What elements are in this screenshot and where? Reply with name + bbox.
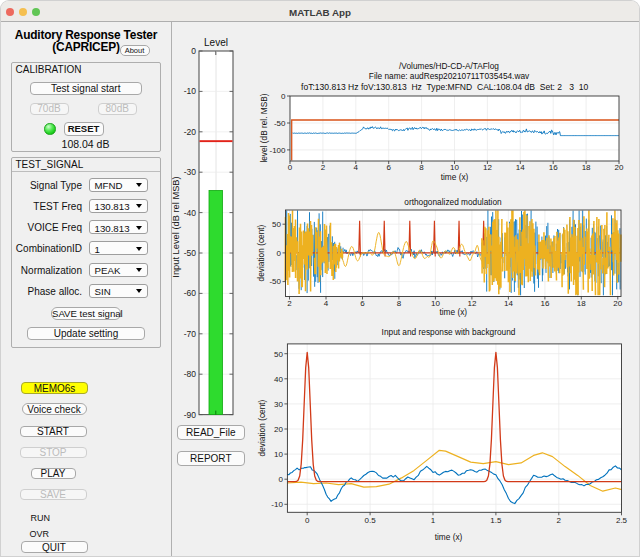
svg-text:-100: -100 [269,146,286,155]
svg-text:0: 0 [305,516,310,525]
svg-text:2.5: 2.5 [616,516,628,525]
svg-text:-60: -60 [184,288,197,298]
svg-text:8: 8 [419,163,424,172]
svg-text:File name: audResp20210711T035: File name: audResp20210711T035454.wav [369,71,530,81]
svg-text:Input and response with backgr: Input and response with background [382,327,516,337]
svg-text:-20: -20 [184,127,197,137]
svg-text:-50: -50 [274,119,286,128]
svg-text:10: 10 [274,450,283,459]
svg-text:0.5: 0.5 [365,516,377,525]
svg-text:foT:130.813 Hz foV:130.813 Hz: foT:130.813 Hz foV:130.813 Hz Type:MFND … [301,82,588,92]
svg-text:-10: -10 [271,500,283,509]
svg-text:16: 16 [549,163,558,172]
svg-text:0: 0 [278,475,283,484]
svg-text:1.5: 1.5 [490,516,502,525]
svg-text:time (x): time (x) [435,532,463,542]
svg-text:12: 12 [467,299,476,308]
svg-text:6: 6 [386,163,391,172]
svg-text:-40: -40 [184,208,197,218]
svg-text:0: 0 [288,163,293,172]
svg-text:30: 30 [274,400,283,409]
svg-text:-50: -50 [184,248,197,258]
svg-text:-90: -90 [184,410,197,420]
svg-text:2: 2 [321,163,326,172]
svg-text:deviation (cent): deviation (cent) [257,399,267,456]
svg-text:18: 18 [582,163,591,172]
svg-text:level (dB rel. MSB): level (dB rel. MSB) [259,93,269,162]
svg-text:2: 2 [287,299,292,308]
svg-text:40: 40 [274,375,283,384]
svg-text:4: 4 [354,163,359,172]
svg-text:4: 4 [324,299,329,308]
svg-text:6: 6 [360,299,365,308]
svg-text:0: 0 [281,92,286,101]
svg-text:20: 20 [613,299,622,308]
svg-text:8: 8 [397,299,402,308]
svg-text:/Volumes/HD-CD-A/TAFlog: /Volumes/HD-CD-A/TAFlog [399,61,499,71]
svg-text:20: 20 [615,163,624,172]
svg-text:orthogonalized modulation: orthogonalized modulation [404,197,502,207]
svg-text:18: 18 [577,299,586,308]
svg-text:-50: -50 [269,277,281,286]
svg-text:-10: -10 [184,86,197,96]
svg-text:-80: -80 [184,369,197,379]
svg-text:deviation (cent): deviation (cent) [256,224,266,281]
svg-text:14: 14 [516,163,525,172]
svg-text:16: 16 [540,299,549,308]
svg-text:time (x): time (x) [441,172,469,182]
svg-text:50: 50 [274,350,283,359]
svg-text:-70: -70 [184,329,197,339]
svg-text:20: 20 [274,425,283,434]
svg-text:Level: Level [204,37,228,48]
svg-text:Input Level (dB rel MSB): Input Level (dB rel MSB) [171,176,181,277]
svg-text:12: 12 [483,163,492,172]
svg-text:time (x): time (x) [439,307,467,317]
svg-text:14: 14 [504,299,513,308]
svg-text:2: 2 [557,516,562,525]
svg-text:0: 0 [277,249,282,258]
svg-text:50: 50 [272,220,281,229]
svg-text:-30: -30 [184,167,197,177]
svg-text:0: 0 [191,46,196,56]
svg-text:1: 1 [431,516,436,525]
